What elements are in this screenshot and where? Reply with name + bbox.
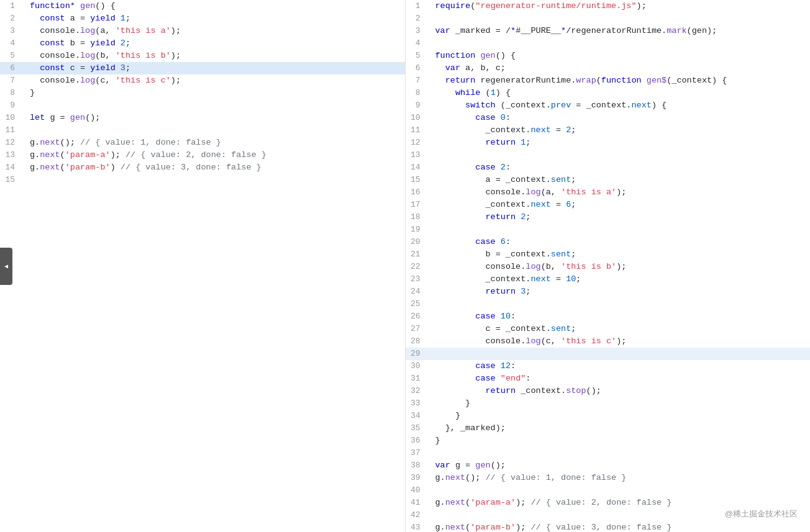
line-number: 22 (406, 261, 430, 273)
line-number: 1 (0, 0, 25, 12)
table-row: 37 (406, 447, 811, 459)
line-code: console.log(b, 'this is b'); (25, 50, 405, 62)
line-code: } (430, 435, 811, 447)
line-number: 32 (406, 385, 430, 397)
table-row: 32 return _context.stop(); (406, 385, 811, 397)
table-row: 30 case 12: (406, 360, 811, 372)
line-code: g.next('param-b') // { value: 3, done: f… (25, 161, 405, 174)
table-row: 3 console.log(a, 'this is a'); (0, 25, 405, 37)
line-number: 6 (0, 62, 25, 74)
line-code: require("regenerator-runtime/runtime.js"… (430, 0, 811, 12)
table-row: 4 (406, 37, 811, 50)
line-code: g.next(); // { value: 1, done: false } (25, 137, 405, 149)
table-row: 15 (0, 174, 405, 186)
table-row: 6 const c = yield 3; (0, 62, 405, 74)
table-row: 6 var a, b, c; (406, 62, 811, 74)
line-code: return 1; (430, 137, 811, 149)
line-code: var g = gen(); (430, 459, 811, 472)
line-code: function* gen() { (25, 0, 405, 12)
left-code-table: 1 function* gen() { 2 const a = yield 1;… (0, 0, 405, 186)
line-number: 30 (406, 360, 430, 372)
line-number: 2 (406, 12, 430, 25)
table-row: 41 g.next('param-a'); // { value: 2, don… (406, 497, 811, 509)
line-number: 7 (0, 74, 25, 87)
line-code (430, 223, 811, 236)
table-row: 16 console.log(a, 'this is a'); (406, 186, 811, 199)
line-code: g.next('param-b'); // { value: 3, done: … (430, 521, 811, 532)
table-row: 13 (406, 149, 811, 161)
line-code: console.log(b, 'this is b'); (430, 261, 811, 273)
line-number: 16 (406, 186, 430, 199)
line-code: g.next('param-a'); // { value: 2, done: … (25, 149, 405, 161)
line-code: } (430, 397, 811, 410)
line-number: 12 (406, 137, 430, 149)
line-number: 4 (406, 37, 430, 50)
line-code: g.next(); // { value: 1, done: false } (430, 472, 811, 484)
line-code: } (25, 87, 405, 99)
table-row: 23 _context.next = 10; (406, 273, 811, 286)
line-code (25, 99, 405, 112)
line-number: 27 (406, 323, 430, 335)
line-number: 6 (406, 62, 430, 74)
line-code: const a = yield 1; (25, 12, 405, 25)
line-number: 3 (406, 25, 430, 37)
line-code: console.log(c, 'this is c'); (25, 74, 405, 87)
line-number: 5 (406, 50, 430, 62)
table-row: 11 _context.next = 2; (406, 124, 811, 137)
table-row: 36 } (406, 435, 811, 447)
table-row: 29 (406, 348, 811, 360)
line-code (430, 298, 811, 310)
table-row: 22 console.log(b, 'this is b'); (406, 261, 811, 273)
line-code (430, 447, 811, 459)
table-row: 1 function* gen() { (0, 0, 405, 12)
table-row: 43 g.next('param-b'); // { value: 3, don… (406, 521, 811, 532)
table-row: 40 (406, 484, 811, 497)
line-number: 23 (406, 273, 430, 286)
line-code (25, 124, 405, 137)
collapse-button[interactable] (0, 248, 12, 285)
table-row: 7 return regeneratorRuntime.wrap(functio… (406, 74, 811, 87)
line-number: 15 (0, 174, 25, 186)
line-number: 8 (406, 87, 430, 99)
line-number: 3 (0, 25, 25, 37)
line-number: 9 (0, 99, 25, 112)
table-row: 8 } (0, 87, 405, 99)
line-number: 43 (406, 521, 430, 532)
table-row: 11 (0, 124, 405, 137)
line-code: return _context.stop(); (430, 385, 811, 397)
table-row: 20 case 6: (406, 236, 811, 248)
table-row: 9 (0, 99, 405, 112)
table-row: 12 g.next(); // { value: 1, done: false … (0, 137, 405, 149)
line-code: _context.next = 6; (430, 199, 811, 211)
line-number: 2 (0, 12, 25, 25)
line-code (25, 174, 405, 186)
table-row: 27 c = _context.sent; (406, 323, 811, 335)
line-code: g.next('param-a'); // { value: 2, done: … (430, 497, 811, 509)
line-number: 41 (406, 497, 430, 509)
line-number: 31 (406, 372, 430, 385)
line-code: return regeneratorRuntime.wrap(function … (430, 74, 811, 87)
table-row: 14 g.next('param-b') // { value: 3, done… (0, 161, 405, 174)
line-code: switch (_context.prev = _context.next) { (430, 99, 811, 112)
line-code (430, 37, 811, 50)
table-row: 12 return 1; (406, 137, 811, 149)
line-code: case 0: (430, 112, 811, 124)
table-row: 38 var g = gen(); (406, 459, 811, 472)
table-row: 15 a = _context.sent; (406, 174, 811, 186)
line-code (430, 348, 811, 360)
line-code: case 2: (430, 161, 811, 174)
line-number: 12 (0, 137, 25, 149)
table-row: 18 return 2; (406, 211, 811, 223)
line-number: 4 (0, 37, 25, 50)
table-row: 17 _context.next = 6; (406, 199, 811, 211)
table-row: 8 while (1) { (406, 87, 811, 99)
line-code: a = _context.sent; (430, 174, 811, 186)
table-row: 14 case 2: (406, 161, 811, 174)
table-row: 3 var _marked = /*#__PURE__*/regenerator… (406, 25, 811, 37)
line-number: 7 (406, 74, 430, 87)
line-code: return 2; (430, 211, 811, 223)
line-code: function gen() { (430, 50, 811, 62)
table-row: 2 (406, 12, 811, 25)
line-number: 11 (0, 124, 25, 137)
line-number: 5 (0, 50, 25, 62)
